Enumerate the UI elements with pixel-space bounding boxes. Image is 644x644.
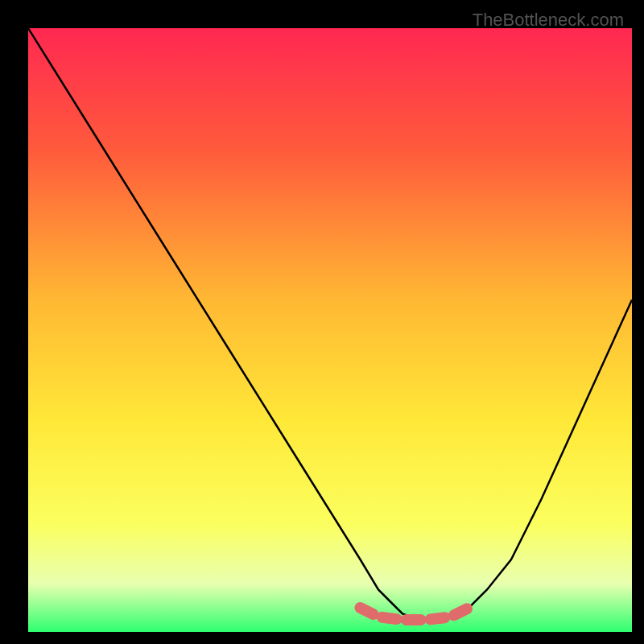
plot-area <box>28 28 632 632</box>
chart-frame: TheBottleneck.com <box>8 8 636 636</box>
gradient-background <box>28 28 632 632</box>
chart-canvas <box>28 28 632 632</box>
watermark-text: TheBottleneck.com <box>473 10 624 31</box>
